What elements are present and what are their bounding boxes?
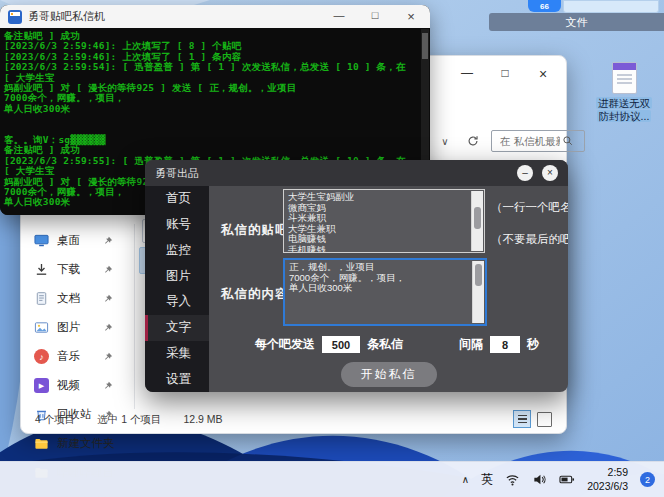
clock[interactable]: 2:59 2023/6/3 <box>587 466 628 492</box>
video-icon: ▶ <box>34 378 49 393</box>
pin-icon <box>103 352 113 362</box>
pin-icon <box>103 294 113 304</box>
pin-icon <box>103 323 113 333</box>
close-icon[interactable]: × <box>542 165 558 181</box>
explorer-view-toggles <box>513 410 552 428</box>
nav-monitor[interactable]: 监控 <box>145 238 209 264</box>
tool-title: 勇哥出品 <box>155 166 508 181</box>
log-line: [2023/6/3 2:59:54]: [ 迅普盈普 ] 第 [ 1 ] 次发送… <box>4 62 416 83</box>
shortcut-label-line2: 防封协议... <box>597 110 652 122</box>
minimize-icon[interactable]: — <box>460 66 474 82</box>
nav-images[interactable]: 图片 <box>145 263 209 289</box>
status-item-count: 4 个项目 <box>35 413 75 427</box>
maximize-icon[interactable]: □ <box>498 66 512 82</box>
document-icon <box>34 291 49 306</box>
sidebar-item-desktop[interactable]: 桌面 <box>21 226 115 255</box>
tool-nav: 首页 账号 监控 图片 导入 文字 采集 设置 <box>145 186 209 392</box>
close-icon[interactable]: × <box>404 9 418 24</box>
tool-main-panel: 私信的贴吧 大学生宝妈副业 微商宝妈 斗米兼职 大学生兼职 电脑赚钱 手机赚钱 … <box>209 186 568 392</box>
tool-titlebar[interactable]: 勇哥出品 – × <box>145 160 568 186</box>
tieba-list-box: 大学生宝妈副业 微商宝妈 斗米兼职 大学生兼职 电脑赚钱 手机赚钱 手机副业 <box>283 189 485 253</box>
status-selected-size: 12.9 MB <box>183 413 222 427</box>
terminal-title: 勇哥贴吧私信机 <box>28 9 326 24</box>
sidebar-item-downloads[interactable]: 下载 <box>21 255 115 284</box>
pin-icon <box>103 236 113 246</box>
explorer-sidebar: 桌面 下载 文档 图片 ♪ 音乐 ▶ 视频 <box>21 226 115 497</box>
explorer-toolbar: ∨ <box>435 130 585 152</box>
sidebar-divider <box>134 224 135 409</box>
content-label: 私信的内容 <box>221 286 289 303</box>
sidebar-item-folder-new[interactable]: 新建文件夹 (10) <box>21 429 115 458</box>
close-icon[interactable]: × <box>536 66 550 82</box>
clock-time: 2:59 <box>587 466 628 479</box>
send-count-input[interactable] <box>322 336 360 353</box>
textarea-scrollbar[interactable] <box>471 191 483 251</box>
tieba-list-label: 私信的贴吧 <box>221 222 289 239</box>
nav-account[interactable]: 账号 <box>145 212 209 238</box>
pin-icon <box>103 381 113 391</box>
nav-import[interactable]: 导入 <box>145 289 209 315</box>
sidebar-item-label: 图片 <box>57 320 95 335</box>
top-fragment-blue-badge: 66 <box>528 0 561 12</box>
send-suffix-label: 条私信 <box>367 336 403 353</box>
textarea-scrollbar[interactable] <box>472 261 484 323</box>
monitor-icon <box>34 233 49 248</box>
nav-text[interactable]: 文字 <box>145 315 209 341</box>
thumbnail-view-icon[interactable] <box>537 412 552 427</box>
top-fragment-input-box <box>563 0 659 13</box>
tieba-list-textarea[interactable]: 大学生宝妈副业 微商宝妈 斗米兼职 大学生兼职 电脑赚钱 手机赚钱 手机副业 <box>284 190 484 252</box>
battery-icon[interactable] <box>559 472 575 487</box>
hint-no-ba-suffix: （不要最后的吧字） <box>491 232 568 247</box>
nav-settings[interactable]: 设置 <box>145 366 209 392</box>
sidebar-item-label: 下载 <box>57 262 95 277</box>
folder-icon <box>34 436 49 451</box>
wifi-icon[interactable] <box>505 472 520 487</box>
sidebar-item-label: 新建文件夹 (10) <box>57 436 115 451</box>
desktop-shortcut[interactable]: 进群送无双 防封协议... <box>585 62 663 123</box>
shortcut-label: 进群送无双 防封协议... <box>585 97 663 123</box>
status-selected-count: 选中 1 个项目 <box>97 413 161 427</box>
desktop-root: { "top_fragment": { "file_tab": "文件", "p… <box>0 0 664 497</box>
notification-badge[interactable]: 2 <box>640 472 655 487</box>
search-icon <box>562 135 574 147</box>
terminal-app-icon <box>8 10 22 24</box>
top-fragment-file-tab[interactable]: 文件 <box>489 13 664 31</box>
minimize-icon[interactable]: – <box>517 165 533 181</box>
nav-collect[interactable]: 采集 <box>145 341 209 367</box>
taskbar[interactable]: ∧ 英 2:59 2023/6/3 2 <box>0 461 664 497</box>
chevron-down-icon[interactable]: ∨ <box>435 131 455 151</box>
send-prefix-label: 每个吧发送 <box>255 336 315 353</box>
content-box: 正，规创。，业项目 7000余个，网赚。，项目， 单人日收300米 <box>283 258 487 326</box>
refresh-icon[interactable] <box>463 131 483 151</box>
log-line: 单人日收300米 <box>4 104 416 114</box>
explorer-window-controls: — □ × <box>460 66 550 82</box>
interval-suffix-label: 秒 <box>527 336 539 353</box>
picture-icon <box>34 320 49 335</box>
start-message-button[interactable]: 开始私信 <box>341 362 437 387</box>
ime-indicator[interactable]: 英 <box>481 471 493 488</box>
log-line <box>4 114 416 124</box>
interval-input[interactable] <box>490 336 520 353</box>
sidebar-item-videos[interactable]: ▶ 视频 <box>21 371 115 400</box>
search-input[interactable] <box>498 134 562 148</box>
sidebar-item-documents[interactable]: 文档 <box>21 284 115 313</box>
music-icon: ♪ <box>34 349 49 364</box>
sidebar-item-label: 文档 <box>57 291 95 306</box>
send-settings-row: 每个吧发送 条私信 间隔 秒 <box>255 336 539 353</box>
minimize-icon[interactable]: — <box>332 9 346 24</box>
sidebar-item-label: 视频 <box>57 378 95 393</box>
explorer-search-box[interactable] <box>491 130 585 152</box>
speaker-icon[interactable] <box>532 472 547 487</box>
sidebar-item-label: 桌面 <box>57 233 95 248</box>
maximize-icon[interactable]: □ <box>368 9 382 24</box>
sidebar-item-music[interactable]: ♪ 音乐 <box>21 342 115 371</box>
pin-icon <box>103 265 113 275</box>
list-view-icon[interactable] <box>513 410 531 428</box>
nav-home[interactable]: 首页 <box>145 186 209 212</box>
shortcut-icon <box>612 62 637 94</box>
explorer-status-bar: 4 个项目 选中 1 个项目 12.9 MB <box>35 413 223 427</box>
content-textarea[interactable]: 正，规创。，业项目 7000余个，网赚。，项目， 单人日收300米 <box>285 260 485 324</box>
terminal-titlebar[interactable]: 勇哥贴吧私信机 — □ × <box>0 5 430 29</box>
sidebar-item-pictures[interactable]: 图片 <box>21 313 115 342</box>
tray-chevron-up-icon[interactable]: ∧ <box>462 474 469 485</box>
